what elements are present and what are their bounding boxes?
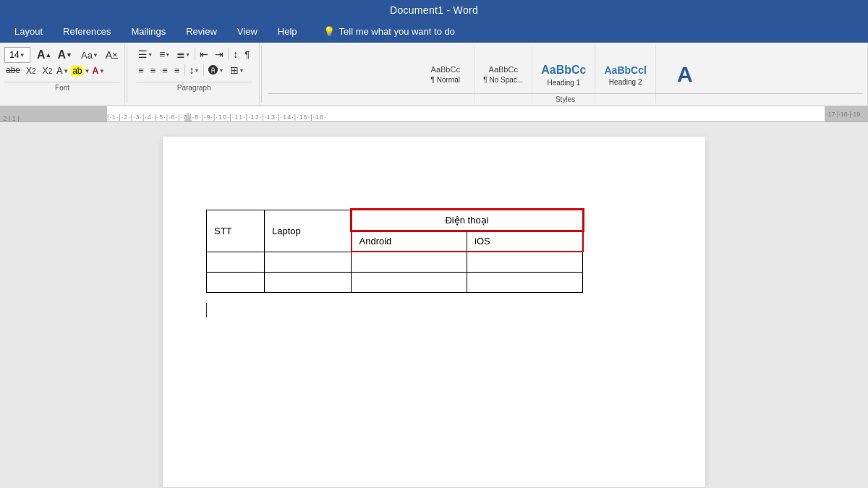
- menu-review[interactable]: Review: [177, 20, 226, 43]
- justify-btn[interactable]: ≡: [172, 64, 182, 77]
- font-size-section: 14 ▼ A▲ A▼ Aa ▼ A✕ abe X2 X2 A ▼: [0, 43, 125, 106]
- font-color-a-btn[interactable]: A ▼: [56, 66, 69, 76]
- font-color-red-btn[interactable]: A ▼: [92, 66, 105, 76]
- superscript-btn[interactable]: X2: [41, 64, 55, 77]
- paragraph-section-label: Paragraph: [136, 82, 252, 94]
- title-bar: Document1 - Word: [0, 0, 868, 20]
- table-cell-r1c4[interactable]: [467, 252, 583, 272]
- style-big-a-preview: A: [677, 60, 693, 87]
- search-label: Tell me what you want to do: [339, 26, 455, 37]
- change-case-btn[interactable]: Aa ▼: [79, 48, 101, 62]
- title-text: Document1 - Word: [390, 4, 478, 16]
- search-icon: 💡: [323, 26, 335, 37]
- table-cell-stt[interactable]: STT: [207, 210, 265, 252]
- style-heading2-label: Heading 2: [609, 78, 642, 86]
- styles-section: AaBbCc ¶ Normal AaBbCc ¶ No Spac... AaBb…: [263, 43, 868, 106]
- list-controls: ☰▼ ≡▼ ≣▼ ⇤ ⇥ ↕ ¶: [136, 47, 252, 61]
- text-cursor: [206, 303, 207, 317]
- numbering-btn[interactable]: ≡▼: [157, 47, 172, 61]
- align-controls: ≡ ≡ ≡ ≡ ↕▼ 🅐▼ ⊞▼: [136, 63, 252, 77]
- table-cell-r2c1[interactable]: [207, 272, 265, 292]
- table-cell-r2c2[interactable]: [265, 272, 352, 292]
- align-center-btn[interactable]: ≡: [148, 64, 158, 77]
- line-spacing-btn[interactable]: ↕▼: [187, 63, 202, 77]
- menu-help[interactable]: Help: [269, 20, 306, 43]
- subscript-btn[interactable]: X2: [24, 64, 38, 77]
- bullets-btn[interactable]: ☰▼: [136, 47, 155, 61]
- menu-bar: Layout References Mailings Review View H…: [0, 20, 868, 43]
- ruler-left-margin: ·2·|·1·|·: [0, 106, 107, 122]
- menu-search[interactable]: 💡 Tell me what you want to do: [323, 26, 455, 37]
- table-cell-r1c3[interactable]: [352, 252, 467, 272]
- decrease-font-btn[interactable]: A▼: [55, 48, 74, 62]
- ruler-content: |·1·|·2·|·3·|·4·|·5·|·6·|·7·|·8·|·9·|·10…: [107, 106, 825, 122]
- align-left-btn[interactable]: ≡: [136, 64, 146, 77]
- shading-btn[interactable]: 🅐▼: [206, 63, 226, 77]
- styles-section-label: Styles: [268, 93, 863, 106]
- menu-view[interactable]: View: [229, 20, 266, 43]
- strikethrough-preview: abe: [4, 64, 22, 77]
- ruler: ·2·|·1·|· |·1·|·2·|·3·|·4·|·5·|·6·|·7·|·…: [0, 106, 868, 122]
- style-normal-label: ¶ Normal: [431, 76, 460, 84]
- menu-layout[interactable]: Layout: [6, 20, 51, 43]
- style-heading2-preview: AaBbCcl: [604, 63, 646, 77]
- table-header-row1: STT Laptop Điện thoại: [207, 210, 583, 231]
- table-cell-android[interactable]: Android: [352, 231, 467, 252]
- table-row-2[interactable]: [207, 272, 583, 292]
- table-cell-laptop[interactable]: Laptop: [265, 210, 352, 252]
- font-size-dropdown[interactable]: 14 ▼: [4, 47, 30, 63]
- style-heading1-label: Heading 1: [548, 79, 581, 87]
- style-normal-preview: AaBbCc: [431, 65, 460, 74]
- font-controls-row1: 14 ▼ A▲ A▼ Aa ▼ A✕: [4, 47, 120, 63]
- table-cell-r1c2[interactable]: [265, 252, 352, 272]
- clear-formatting-btn[interactable]: A✕: [103, 48, 120, 62]
- font-section-label: Font: [4, 82, 120, 94]
- table-cell-dienthoai[interactable]: Điện thoại: [352, 210, 583, 231]
- highlight-btn[interactable]: ab ▼: [71, 66, 90, 76]
- show-hide-btn[interactable]: ¶: [242, 48, 252, 61]
- paragraph-section: ☰▼ ≡▼ ≣▼ ⇤ ⇥ ↕ ¶ ≡ ≡ ≡ ≡ ↕▼ 🅐▼ ⊞▼: [129, 43, 260, 106]
- increase-font-btn[interactable]: A▲: [35, 48, 54, 62]
- style-nospace-preview: AaBbCc: [489, 65, 518, 74]
- decrease-indent-btn[interactable]: ⇤: [197, 47, 210, 61]
- table-cell-r2c3[interactable]: [352, 272, 467, 292]
- word-table[interactable]: STT Laptop Điện thoại Android iOS: [206, 209, 584, 293]
- sort-btn[interactable]: ↕: [231, 47, 240, 61]
- font-size-arrow[interactable]: ▼: [20, 52, 25, 59]
- table-cell-r2c4[interactable]: [467, 272, 583, 292]
- increase-indent-btn[interactable]: ⇥: [213, 47, 226, 61]
- style-nospace-label: ¶ No Spac...: [483, 76, 523, 84]
- menu-references[interactable]: References: [54, 20, 119, 43]
- style-heading1-preview: AaBbCc: [541, 62, 586, 78]
- table-row-1[interactable]: [207, 252, 583, 272]
- document-page: STT Laptop Điện thoại Android iOS: [163, 137, 705, 487]
- table-cell-r1c1[interactable]: [207, 252, 265, 272]
- table-cell-ios[interactable]: iOS: [467, 231, 583, 252]
- font-controls-row2: abe X2 X2 A ▼ ab ▼ A ▼: [4, 64, 120, 77]
- ruler-right-margin: ·17·|·18·|·19: [825, 106, 868, 122]
- align-right-btn[interactable]: ≡: [160, 64, 170, 77]
- multilevel-btn[interactable]: ≣▼: [174, 47, 192, 61]
- borders-btn[interactable]: ⊞▼: [228, 63, 246, 77]
- menu-mailings[interactable]: Mailings: [123, 20, 175, 43]
- document-area: STT Laptop Điện thoại Android iOS: [0, 122, 868, 488]
- ribbon: 14 ▼ A▲ A▼ Aa ▼ A✕ abe X2 X2 A ▼: [0, 43, 868, 106]
